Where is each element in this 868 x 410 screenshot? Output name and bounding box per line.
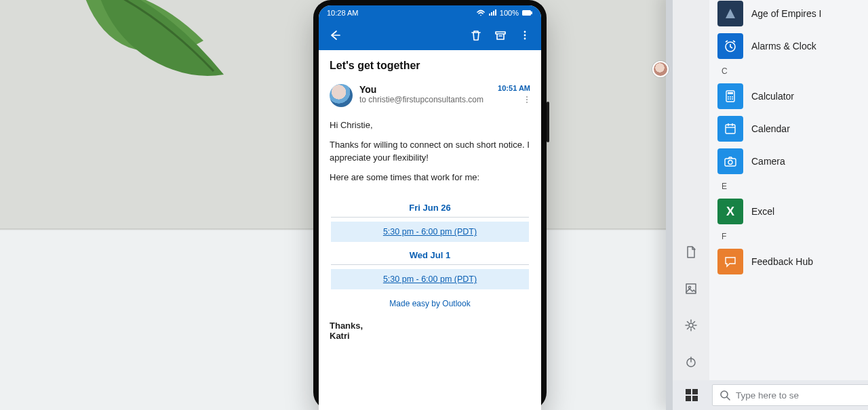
recipient-line: to christie@firstupconsultants.com [359, 95, 484, 104]
laptop-base [583, 329, 868, 410]
app-camera[interactable]: Camera [713, 145, 868, 178]
svg-point-23 [728, 161, 732, 165]
message-more-button[interactable] [522, 95, 532, 106]
archive-icon [494, 29, 507, 41]
archive-button[interactable] [491, 26, 510, 45]
excel-icon: X [717, 199, 743, 224]
category-e: E [713, 178, 868, 195]
svg-point-15 [728, 96, 729, 98]
svg-point-4 [524, 38, 526, 40]
phone-status-bar: 10:28 AM 100% [319, 5, 541, 20]
app-label: Age of Empires I [751, 8, 822, 19]
rail-documents-button[interactable] [673, 234, 709, 270]
svg-point-9 [688, 286, 690, 288]
status-battery-text: 100% [500, 9, 519, 17]
divider [331, 264, 529, 265]
laptop: Age of Empires I Alarms & Clock C Calcul… [582, 0, 868, 410]
svg-point-20 [732, 98, 733, 100]
svg-point-3 [524, 35, 526, 37]
svg-point-5 [526, 96, 528, 98]
app-age-of-empires[interactable]: Age of Empires I [713, 0, 868, 30]
svg-rect-22 [725, 159, 736, 166]
calculator-icon [723, 89, 738, 104]
delete-button[interactable] [467, 26, 486, 45]
app-calendar[interactable]: Calendar [713, 112, 868, 145]
svg-point-16 [730, 96, 731, 98]
email-subject: Let's get together [319, 50, 541, 81]
calendar-icon [723, 121, 738, 136]
age-of-empires-icon [723, 6, 738, 21]
signature-name: Katri [330, 331, 530, 341]
arrow-left-icon [328, 28, 342, 42]
feedback-icon [723, 254, 738, 269]
app-label: Calculator [751, 91, 794, 102]
svg-point-2 [524, 31, 526, 33]
more-button[interactable] [515, 26, 534, 45]
email-header: You to christie@firstupconsultants.com 1… [319, 81, 541, 111]
availability-block: Fri Jun 26 5:30 pm - 6:00 pm (PDT) Wed J… [324, 199, 536, 312]
availability-day-1: Fri Jun 26 [324, 199, 536, 217]
picture-icon [684, 282, 698, 295]
email-paragraph-1: Thanks for willing to connect on such sh… [330, 139, 530, 165]
sender-avatar[interactable] [330, 84, 353, 107]
email-paragraph-2: Here are some times that work for me: [330, 171, 530, 184]
trash-icon [470, 29, 482, 41]
back-button[interactable] [326, 26, 344, 45]
alarm-clock-icon [723, 39, 738, 54]
start-rail [673, 0, 709, 380]
category-f: F [713, 228, 868, 245]
svg-point-7 [526, 102, 528, 103]
email-signature: Thanks, Katri [319, 316, 541, 350]
app-excel[interactable]: X Excel [713, 195, 868, 228]
wifi-icon [477, 9, 485, 16]
rail-pictures-button[interactable] [673, 270, 709, 307]
start-apps-list[interactable]: Age of Empires I Alarms & Clock C Calcul… [709, 0, 868, 380]
app-alarms-clock[interactable]: Alarms & Clock [713, 30, 868, 62]
svg-point-19 [730, 98, 731, 100]
svg-rect-1 [531, 12, 532, 14]
email-body: Hi Christie, Thanks for willing to conne… [319, 111, 541, 196]
svg-point-18 [728, 98, 729, 100]
svg-rect-0 [522, 10, 531, 16]
svg-rect-14 [728, 92, 733, 94]
category-c: C [713, 62, 868, 80]
availability-slot-2[interactable]: 5:30 pm - 6:00 pm (PDT) [331, 269, 529, 289]
svg-rect-8 [686, 284, 696, 293]
divider [331, 217, 529, 218]
signature-thanks: Thanks, [330, 321, 530, 331]
battery-icon [522, 9, 533, 16]
email-received-time: 10:51 AM [498, 84, 530, 92]
more-vertical-icon [522, 95, 532, 104]
phone-device-frame: 10:28 AM 100% Let's get togethe [313, 0, 547, 410]
start-user-avatar[interactable] [652, 61, 669, 77]
availability-slot-1[interactable]: 5:30 pm - 6:00 pm (PDT) [331, 222, 529, 242]
decorative-leaf [68, 0, 244, 102]
app-label: Calendar [751, 123, 790, 134]
app-label: Feedback Hub [751, 256, 813, 267]
email-greeting: Hi Christie, [330, 119, 530, 132]
svg-point-6 [526, 99, 528, 100]
camera-icon [723, 154, 738, 169]
app-label: Camera [751, 156, 785, 167]
svg-rect-21 [726, 125, 735, 134]
svg-point-17 [732, 96, 733, 98]
app-feedback-hub[interactable]: Feedback Hub [713, 245, 868, 278]
status-time: 10:28 AM [327, 9, 358, 17]
sender-name: You [359, 84, 484, 95]
document-icon [684, 245, 698, 259]
status-right: 100% [477, 9, 533, 17]
made-easy-by-outlook[interactable]: Made easy by Outlook [324, 293, 536, 312]
app-label: Excel [751, 206, 774, 217]
phone-screen: 10:28 AM 100% Let's get togethe [319, 5, 541, 410]
phone-side-button [547, 102, 549, 142]
svg-point-10 [689, 323, 693, 327]
more-vertical-icon [519, 29, 531, 41]
email-toolbar [319, 20, 541, 50]
app-label: Alarms & Clock [751, 41, 816, 52]
availability-day-2: Wed Jul 1 [324, 246, 536, 264]
signal-icon [488, 9, 496, 16]
app-calculator[interactable]: Calculator [713, 80, 868, 112]
